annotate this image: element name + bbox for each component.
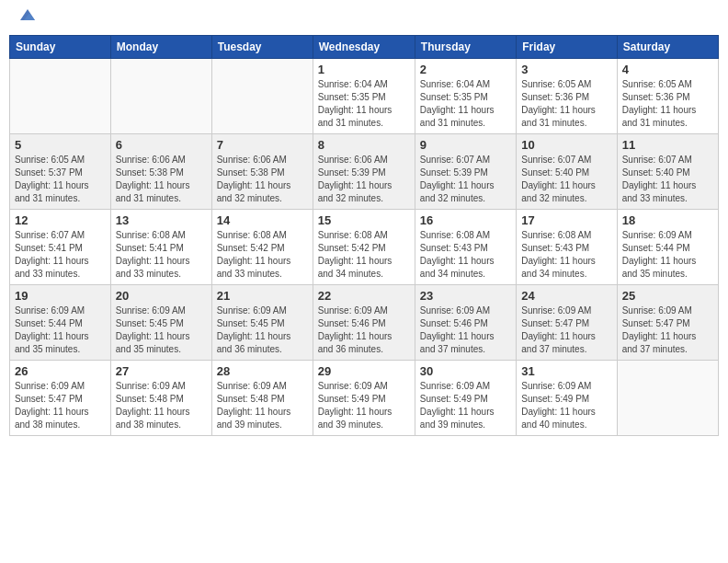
calendar-week-row: 12Sunrise: 6:07 AM Sunset: 5:41 PM Dayli… bbox=[10, 210, 719, 285]
day-info: Sunrise: 6:09 AM Sunset: 5:47 PM Dayligh… bbox=[521, 304, 611, 356]
calendar-cell: 11Sunrise: 6:07 AM Sunset: 5:40 PM Dayli… bbox=[617, 134, 718, 210]
day-number: 25 bbox=[622, 289, 713, 303]
day-info: Sunrise: 6:07 AM Sunset: 5:40 PM Dayligh… bbox=[521, 154, 611, 205]
calendar-cell: 1Sunrise: 6:04 AM Sunset: 5:35 PM Daylig… bbox=[313, 59, 415, 134]
day-number: 23 bbox=[420, 289, 511, 303]
calendar-cell: 16Sunrise: 6:08 AM Sunset: 5:43 PM Dayli… bbox=[415, 210, 516, 285]
calendar-cell bbox=[211, 59, 313, 134]
calendar-cell: 21Sunrise: 6:09 AM Sunset: 5:45 PM Dayli… bbox=[211, 285, 313, 361]
calendar-header-row: SundayMondayTuesdayWednesdayThursdayFrid… bbox=[10, 36, 719, 59]
day-info: Sunrise: 6:09 AM Sunset: 5:45 PM Dayligh… bbox=[217, 304, 308, 356]
day-info: Sunrise: 6:06 AM Sunset: 5:39 PM Dayligh… bbox=[318, 154, 410, 205]
day-number: 10 bbox=[521, 138, 611, 152]
calendar-cell: 4Sunrise: 6:05 AM Sunset: 5:36 PM Daylig… bbox=[617, 59, 718, 134]
day-number: 27 bbox=[116, 364, 207, 378]
calendar-cell bbox=[10, 59, 111, 134]
calendar-week-row: 26Sunrise: 6:09 AM Sunset: 5:47 PM Dayli… bbox=[10, 361, 719, 436]
calendar-cell: 12Sunrise: 6:07 AM Sunset: 5:41 PM Dayli… bbox=[10, 210, 111, 285]
day-info: Sunrise: 6:06 AM Sunset: 5:38 PM Dayligh… bbox=[116, 154, 207, 205]
day-number: 28 bbox=[217, 364, 308, 378]
calendar-cell: 23Sunrise: 6:09 AM Sunset: 5:46 PM Dayli… bbox=[415, 285, 516, 361]
calendar-cell: 26Sunrise: 6:09 AM Sunset: 5:47 PM Dayli… bbox=[10, 361, 111, 436]
day-number: 8 bbox=[318, 138, 410, 152]
day-number: 14 bbox=[217, 213, 308, 227]
calendar-cell: 18Sunrise: 6:09 AM Sunset: 5:44 PM Dayli… bbox=[617, 210, 718, 285]
day-info: Sunrise: 6:08 AM Sunset: 5:43 PM Dayligh… bbox=[521, 229, 611, 281]
day-info: Sunrise: 6:09 AM Sunset: 5:47 PM Dayligh… bbox=[622, 304, 713, 356]
day-number: 12 bbox=[15, 213, 106, 227]
calendar-cell: 8Sunrise: 6:06 AM Sunset: 5:39 PM Daylig… bbox=[313, 134, 415, 210]
day-info: Sunrise: 6:07 AM Sunset: 5:41 PM Dayligh… bbox=[15, 229, 106, 281]
calendar-cell: 17Sunrise: 6:08 AM Sunset: 5:43 PM Dayli… bbox=[517, 210, 617, 285]
day-info: Sunrise: 6:06 AM Sunset: 5:38 PM Dayligh… bbox=[217, 154, 308, 205]
calendar-cell: 20Sunrise: 6:09 AM Sunset: 5:45 PM Dayli… bbox=[110, 285, 211, 361]
calendar-week-row: 5Sunrise: 6:05 AM Sunset: 5:37 PM Daylig… bbox=[10, 134, 719, 210]
calendar-week-row: 1Sunrise: 6:04 AM Sunset: 5:35 PM Daylig… bbox=[10, 59, 719, 134]
day-number: 31 bbox=[521, 364, 611, 378]
day-number: 17 bbox=[521, 213, 611, 227]
day-number: 21 bbox=[217, 289, 308, 303]
calendar-header-thursday: Thursday bbox=[415, 36, 516, 59]
calendar-cell: 29Sunrise: 6:09 AM Sunset: 5:49 PM Dayli… bbox=[313, 361, 415, 436]
day-number: 20 bbox=[116, 289, 207, 303]
calendar-header-sunday: Sunday bbox=[10, 36, 111, 59]
day-number: 24 bbox=[521, 289, 611, 303]
logo-icon bbox=[18, 6, 37, 24]
day-info: Sunrise: 6:08 AM Sunset: 5:42 PM Dayligh… bbox=[217, 229, 308, 281]
day-number: 19 bbox=[15, 289, 106, 303]
day-info: Sunrise: 6:07 AM Sunset: 5:40 PM Dayligh… bbox=[622, 154, 713, 205]
day-number: 1 bbox=[318, 63, 410, 76]
calendar-cell: 14Sunrise: 6:08 AM Sunset: 5:42 PM Dayli… bbox=[211, 210, 313, 285]
day-info: Sunrise: 6:09 AM Sunset: 5:46 PM Dayligh… bbox=[420, 304, 511, 356]
day-info: Sunrise: 6:09 AM Sunset: 5:44 PM Dayligh… bbox=[15, 304, 106, 356]
calendar-cell: 5Sunrise: 6:05 AM Sunset: 5:37 PM Daylig… bbox=[10, 134, 111, 210]
calendar-cell: 24Sunrise: 6:09 AM Sunset: 5:47 PM Dayli… bbox=[517, 285, 617, 361]
day-info: Sunrise: 6:09 AM Sunset: 5:45 PM Dayligh… bbox=[116, 304, 207, 356]
day-number: 16 bbox=[420, 213, 511, 227]
day-info: Sunrise: 6:05 AM Sunset: 5:36 PM Dayligh… bbox=[622, 78, 713, 130]
calendar-cell: 9Sunrise: 6:07 AM Sunset: 5:39 PM Daylig… bbox=[415, 134, 516, 210]
calendar-cell: 27Sunrise: 6:09 AM Sunset: 5:48 PM Dayli… bbox=[110, 361, 211, 436]
day-number: 2 bbox=[420, 63, 511, 76]
page-header bbox=[9, 9, 719, 28]
day-info: Sunrise: 6:08 AM Sunset: 5:41 PM Dayligh… bbox=[116, 229, 207, 281]
day-number: 5 bbox=[15, 138, 106, 152]
calendar-cell: 2Sunrise: 6:04 AM Sunset: 5:35 PM Daylig… bbox=[415, 59, 516, 134]
day-info: Sunrise: 6:09 AM Sunset: 5:49 PM Dayligh… bbox=[521, 380, 611, 431]
calendar-cell: 13Sunrise: 6:08 AM Sunset: 5:41 PM Dayli… bbox=[110, 210, 211, 285]
day-number: 11 bbox=[622, 138, 713, 152]
day-number: 22 bbox=[318, 289, 410, 303]
logo bbox=[17, 13, 37, 24]
calendar-table: SundayMondayTuesdayWednesdayThursdayFrid… bbox=[9, 35, 719, 436]
day-number: 4 bbox=[622, 63, 713, 76]
calendar-header-saturday: Saturday bbox=[617, 36, 718, 59]
calendar-cell: 22Sunrise: 6:09 AM Sunset: 5:46 PM Dayli… bbox=[313, 285, 415, 361]
calendar-week-row: 19Sunrise: 6:09 AM Sunset: 5:44 PM Dayli… bbox=[10, 285, 719, 361]
calendar-cell: 6Sunrise: 6:06 AM Sunset: 5:38 PM Daylig… bbox=[110, 134, 211, 210]
day-info: Sunrise: 6:09 AM Sunset: 5:49 PM Dayligh… bbox=[420, 380, 511, 431]
calendar-cell: 31Sunrise: 6:09 AM Sunset: 5:49 PM Dayli… bbox=[517, 361, 617, 436]
day-number: 9 bbox=[420, 138, 511, 152]
day-number: 18 bbox=[622, 213, 713, 227]
day-info: Sunrise: 6:09 AM Sunset: 5:44 PM Dayligh… bbox=[622, 229, 713, 281]
day-info: Sunrise: 6:04 AM Sunset: 5:35 PM Dayligh… bbox=[420, 78, 511, 130]
day-info: Sunrise: 6:09 AM Sunset: 5:48 PM Dayligh… bbox=[116, 380, 207, 431]
calendar-cell bbox=[110, 59, 211, 134]
calendar-header-friday: Friday bbox=[517, 36, 617, 59]
calendar-cell: 25Sunrise: 6:09 AM Sunset: 5:47 PM Dayli… bbox=[617, 285, 718, 361]
calendar-header-monday: Monday bbox=[110, 36, 211, 59]
calendar-cell: 30Sunrise: 6:09 AM Sunset: 5:49 PM Dayli… bbox=[415, 361, 516, 436]
calendar-header-wednesday: Wednesday bbox=[313, 36, 415, 59]
day-number: 7 bbox=[217, 138, 308, 152]
day-info: Sunrise: 6:05 AM Sunset: 5:37 PM Dayligh… bbox=[15, 154, 106, 205]
day-info: Sunrise: 6:09 AM Sunset: 5:47 PM Dayligh… bbox=[15, 380, 106, 431]
calendar-cell: 10Sunrise: 6:07 AM Sunset: 5:40 PM Dayli… bbox=[517, 134, 617, 210]
day-number: 26 bbox=[15, 364, 106, 378]
day-number: 6 bbox=[116, 138, 207, 152]
calendar-cell: 3Sunrise: 6:05 AM Sunset: 5:36 PM Daylig… bbox=[517, 59, 617, 134]
day-info: Sunrise: 6:08 AM Sunset: 5:43 PM Dayligh… bbox=[420, 229, 511, 281]
calendar-header-tuesday: Tuesday bbox=[211, 36, 313, 59]
calendar-cell: 19Sunrise: 6:09 AM Sunset: 5:44 PM Dayli… bbox=[10, 285, 111, 361]
day-info: Sunrise: 6:07 AM Sunset: 5:39 PM Dayligh… bbox=[420, 154, 511, 205]
day-number: 15 bbox=[318, 213, 410, 227]
